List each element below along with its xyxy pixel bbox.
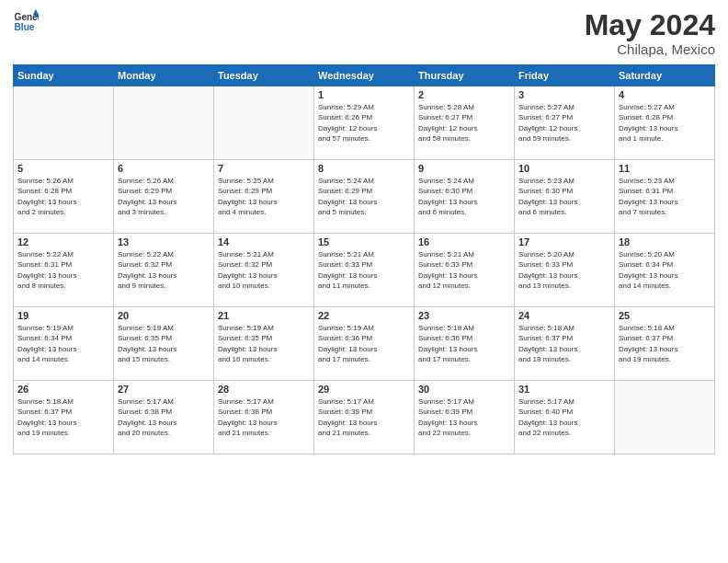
day-info: Sunrise: 5:22 AMSunset: 6:31 PMDaylight:… — [17, 249, 109, 291]
day-number: 31 — [518, 384, 610, 395]
day-number: 14 — [218, 236, 310, 247]
day-cell: 17Sunrise: 5:20 AMSunset: 6:33 PMDayligh… — [515, 234, 615, 307]
day-info: Sunrise: 5:20 AMSunset: 6:34 PMDaylight:… — [619, 249, 711, 291]
day-info: Sunrise: 5:19 AMSunset: 6:35 PMDaylight:… — [118, 323, 210, 364]
day-cell: 12Sunrise: 5:22 AMSunset: 6:31 PMDayligh… — [14, 234, 114, 307]
day-number: 21 — [218, 310, 310, 321]
day-info: Sunrise: 5:24 AMSunset: 6:29 PMDaylight:… — [318, 176, 410, 217]
day-cell — [615, 381, 715, 454]
day-info: Sunrise: 5:25 AMSunset: 6:29 PMDaylight:… — [218, 176, 310, 217]
day-info: Sunrise: 5:18 AMSunset: 6:37 PMDaylight:… — [619, 323, 711, 364]
day-number: 26 — [17, 384, 109, 395]
day-info: Sunrise: 5:17 AMSunset: 6:39 PMDaylight:… — [318, 396, 410, 438]
day-cell — [14, 86, 114, 160]
day-cell: 21Sunrise: 5:19 AMSunset: 6:35 PMDayligh… — [214, 307, 314, 381]
location-title: Chilapa, Mexico — [585, 41, 715, 57]
day-cell: 25Sunrise: 5:18 AMSunset: 6:37 PMDayligh… — [615, 307, 715, 381]
day-info: Sunrise: 5:21 AMSunset: 6:32 PMDaylight:… — [218, 249, 310, 291]
day-info: Sunrise: 5:21 AMSunset: 6:33 PMDaylight:… — [318, 249, 410, 291]
day-info: Sunrise: 5:19 AMSunset: 6:35 PMDaylight:… — [218, 323, 310, 364]
day-number: 24 — [518, 310, 610, 321]
day-cell: 6Sunrise: 5:26 AMSunset: 6:29 PMDaylight… — [114, 160, 214, 234]
day-info: Sunrise: 5:27 AMSunset: 6:28 PMDaylight:… — [619, 102, 711, 144]
day-cell — [114, 86, 214, 160]
day-number: 6 — [118, 163, 210, 174]
header-sunday: Sunday — [14, 65, 114, 86]
day-number: 5 — [17, 163, 109, 174]
day-info: Sunrise: 5:23 AMSunset: 6:31 PMDaylight:… — [619, 176, 711, 217]
header-row: Sunday Monday Tuesday Wednesday Thursday… — [14, 65, 715, 86]
day-number: 2 — [418, 89, 510, 100]
day-number: 22 — [318, 310, 410, 321]
day-cell: 9Sunrise: 5:24 AMSunset: 6:30 PMDaylight… — [415, 160, 515, 234]
day-info: Sunrise: 5:23 AMSunset: 6:30 PMDaylight:… — [518, 176, 610, 217]
day-info: Sunrise: 5:17 AMSunset: 6:40 PMDaylight:… — [518, 396, 610, 438]
day-info: Sunrise: 5:22 AMSunset: 6:32 PMDaylight:… — [118, 249, 210, 291]
day-number: 28 — [218, 384, 310, 395]
day-cell: 14Sunrise: 5:21 AMSunset: 6:32 PMDayligh… — [214, 234, 314, 307]
day-cell: 13Sunrise: 5:22 AMSunset: 6:32 PMDayligh… — [114, 234, 214, 307]
day-cell: 8Sunrise: 5:24 AMSunset: 6:29 PMDaylight… — [314, 160, 415, 234]
day-number: 30 — [418, 384, 510, 395]
day-info: Sunrise: 5:17 AMSunset: 6:38 PMDaylight:… — [118, 396, 210, 438]
day-info: Sunrise: 5:27 AMSunset: 6:27 PMDaylight:… — [518, 102, 610, 144]
day-cell: 4Sunrise: 5:27 AMSunset: 6:28 PMDaylight… — [615, 86, 715, 160]
day-cell: 18Sunrise: 5:20 AMSunset: 6:34 PMDayligh… — [615, 234, 715, 307]
title-block: May 2024 Chilapa, Mexico — [585, 9, 715, 57]
header-thursday: Thursday — [415, 65, 515, 86]
day-number: 18 — [619, 236, 711, 247]
calendar-table: Sunday Monday Tuesday Wednesday Thursday… — [13, 64, 715, 454]
logo-icon: General Blue — [13, 9, 39, 35]
day-info: Sunrise: 5:28 AMSunset: 6:27 PMDaylight:… — [418, 102, 510, 144]
day-cell: 30Sunrise: 5:17 AMSunset: 6:39 PMDayligh… — [415, 381, 515, 454]
day-cell: 19Sunrise: 5:19 AMSunset: 6:34 PMDayligh… — [14, 307, 114, 381]
day-number: 20 — [118, 310, 210, 321]
logo: General Blue — [13, 9, 39, 35]
header-wednesday: Wednesday — [314, 65, 415, 86]
day-info: Sunrise: 5:17 AMSunset: 6:38 PMDaylight:… — [218, 396, 310, 438]
day-cell: 27Sunrise: 5:17 AMSunset: 6:38 PMDayligh… — [114, 381, 214, 454]
month-title: May 2024 — [585, 9, 715, 41]
day-cell: 20Sunrise: 5:19 AMSunset: 6:35 PMDayligh… — [114, 307, 214, 381]
day-cell: 1Sunrise: 5:29 AMSunset: 6:26 PMDaylight… — [314, 86, 415, 160]
day-info: Sunrise: 5:26 AMSunset: 6:29 PMDaylight:… — [118, 176, 210, 217]
day-cell: 28Sunrise: 5:17 AMSunset: 6:38 PMDayligh… — [214, 381, 314, 454]
day-info: Sunrise: 5:20 AMSunset: 6:33 PMDaylight:… — [518, 249, 610, 291]
day-number: 4 — [619, 89, 711, 100]
day-cell: 16Sunrise: 5:21 AMSunset: 6:33 PMDayligh… — [415, 234, 515, 307]
header-saturday: Saturday — [615, 65, 715, 86]
day-cell: 3Sunrise: 5:27 AMSunset: 6:27 PMDaylight… — [515, 86, 615, 160]
day-number: 15 — [318, 236, 410, 247]
day-cell: 15Sunrise: 5:21 AMSunset: 6:33 PMDayligh… — [314, 234, 415, 307]
day-cell: 11Sunrise: 5:23 AMSunset: 6:31 PMDayligh… — [615, 160, 715, 234]
day-number: 27 — [118, 384, 210, 395]
day-info: Sunrise: 5:18 AMSunset: 6:36 PMDaylight:… — [418, 323, 510, 364]
day-cell: 5Sunrise: 5:26 AMSunset: 6:28 PMDaylight… — [14, 160, 114, 234]
day-number: 17 — [518, 236, 610, 247]
day-info: Sunrise: 5:18 AMSunset: 6:37 PMDaylight:… — [518, 323, 610, 364]
day-cell: 31Sunrise: 5:17 AMSunset: 6:40 PMDayligh… — [515, 381, 615, 454]
day-number: 7 — [218, 163, 310, 174]
day-cell: 10Sunrise: 5:23 AMSunset: 6:30 PMDayligh… — [515, 160, 615, 234]
day-number: 11 — [619, 163, 711, 174]
day-number: 8 — [318, 163, 410, 174]
day-info: Sunrise: 5:19 AMSunset: 6:34 PMDaylight:… — [17, 323, 109, 364]
day-info: Sunrise: 5:26 AMSunset: 6:28 PMDaylight:… — [17, 176, 109, 217]
header-monday: Monday — [114, 65, 214, 86]
day-cell: 26Sunrise: 5:18 AMSunset: 6:37 PMDayligh… — [14, 381, 114, 454]
header: General Blue May 2024 Chilapa, Mexico — [13, 9, 715, 57]
day-info: Sunrise: 5:21 AMSunset: 6:33 PMDaylight:… — [418, 249, 510, 291]
day-info: Sunrise: 5:17 AMSunset: 6:39 PMDaylight:… — [418, 396, 510, 438]
week-row-4: 26Sunrise: 5:18 AMSunset: 6:37 PMDayligh… — [14, 381, 715, 454]
day-info: Sunrise: 5:18 AMSunset: 6:37 PMDaylight:… — [17, 396, 109, 438]
day-info: Sunrise: 5:19 AMSunset: 6:36 PMDaylight:… — [318, 323, 410, 364]
day-cell — [214, 86, 314, 160]
day-number: 13 — [118, 236, 210, 247]
week-row-1: 5Sunrise: 5:26 AMSunset: 6:28 PMDaylight… — [14, 160, 715, 234]
day-number: 3 — [518, 89, 610, 100]
day-number: 9 — [418, 163, 510, 174]
svg-text:Blue: Blue — [15, 22, 35, 32]
header-tuesday: Tuesday — [214, 65, 314, 86]
header-friday: Friday — [515, 65, 615, 86]
day-number: 25 — [619, 310, 711, 321]
